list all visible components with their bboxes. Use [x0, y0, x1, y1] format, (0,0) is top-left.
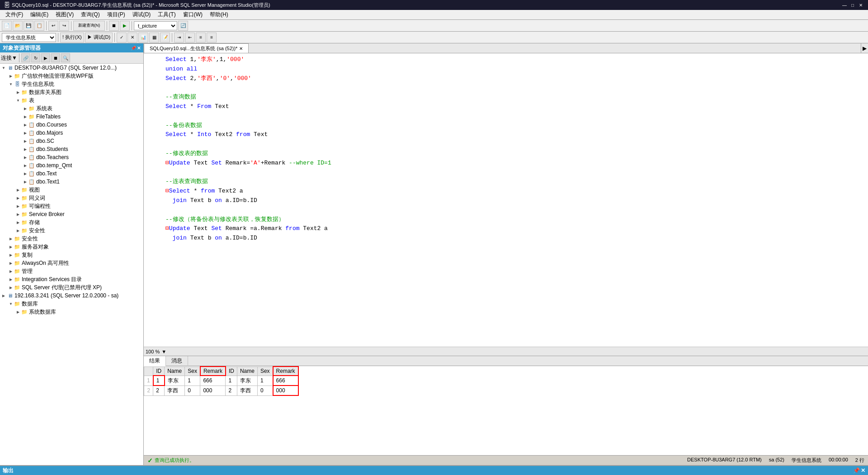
expand-fuwuqi[interactable] — [8, 244, 14, 249]
menu-project[interactable]: 项目(P) — [104, 10, 129, 20]
expand-guangxin[interactable] — [8, 73, 14, 79]
expand-temp[interactable] — [23, 163, 28, 168]
oe-btn-3[interactable]: ▶ — [41, 53, 50, 62]
expand-sc[interactable] — [23, 138, 28, 144]
expand-xitongbiao[interactable] — [23, 106, 28, 111]
tree-item-courses[interactable]: 📋 dbo.Courses — [0, 121, 143, 129]
indent-button[interactable]: ⇥ — [174, 33, 184, 42]
oe-connect-label[interactable]: 连接▼ — [1, 54, 17, 62]
expand-anquan2[interactable] — [15, 228, 21, 233]
align-right-button[interactable]: ≡ — [207, 33, 217, 42]
text-button[interactable]: 📝 — [160, 33, 170, 42]
open-button[interactable]: 📂 — [13, 21, 23, 31]
expand-text[interactable] — [23, 171, 28, 176]
align-left-button[interactable]: ≡ — [196, 33, 206, 42]
outdent-button[interactable]: ⇤ — [185, 33, 195, 42]
oe-btn-2[interactable]: ↻ — [31, 53, 40, 62]
tree-item-temp[interactable]: 📋 dbo.temp_Qmt — [0, 161, 143, 169]
close-button[interactable]: ✕ — [857, 1, 864, 9]
oe-btn-1[interactable]: 🔗 — [21, 53, 30, 62]
tree-item-xitong-sj[interactable]: 📁 系统数据库 — [0, 308, 143, 316]
expand-guanli[interactable] — [8, 268, 14, 274]
expand-kebian[interactable] — [15, 203, 21, 209]
minimize-button[interactable]: — — [841, 1, 848, 9]
database-selector[interactable]: t_picture 学生信息系统 — [134, 21, 177, 30]
debug-button[interactable]: ▶ 调试(D) — [85, 33, 113, 42]
expand-alwayson[interactable] — [8, 260, 14, 266]
tree-item-integration[interactable]: 📁 Integration Services 目录 — [0, 275, 143, 283]
tree-item-guanli[interactable]: 📁 管理 — [0, 267, 143, 275]
tree-item-servicebroker[interactable]: 📁 Service Broker — [0, 210, 143, 218]
tree-item-shujuku[interactable]: 📁 数据库 — [0, 300, 143, 308]
tree-item-xitongbiao[interactable]: 📁 系统表 — [0, 104, 143, 113]
editor-tab-active[interactable]: SQLQuery10.sql...生信息系统 (sa (52))* ✕ — [144, 43, 249, 53]
tree-item-cunchu[interactable]: 📁 存储 — [0, 218, 143, 226]
expand-server[interactable] — [1, 65, 6, 71]
oe-pin-button[interactable]: 📌 — [131, 46, 136, 51]
oe-filter-btn[interactable]: 🔍 — [61, 53, 70, 62]
tree-item-server[interactable]: 🖥 DESKTOP-8U3ARG7 (SQL Server 12.0...) — [0, 64, 143, 72]
expand-remote[interactable] — [1, 293, 6, 298]
grid-button[interactable]: ▦ — [149, 33, 159, 42]
menu-tools[interactable]: 工具(T) — [154, 10, 179, 20]
menu-view[interactable]: 视图(V) — [52, 10, 77, 20]
menu-debug[interactable]: 调试(D) — [129, 10, 155, 20]
output-pin-button[interactable]: 📌 — [853, 467, 860, 474]
tab-close-button[interactable]: ✕ — [239, 46, 243, 51]
expand-students[interactable] — [23, 146, 28, 152]
tree-item-kebian[interactable]: 📁 可编程性 — [0, 202, 143, 210]
tree-item-students[interactable]: 📋 dbo.Students — [0, 145, 143, 153]
zoom-icon[interactable]: ▼ — [161, 349, 166, 354]
tree-item-xuesheng[interactable]: 🗄 学生信息系统 — [0, 80, 143, 88]
expand-majors[interactable] — [23, 130, 28, 136]
expand-xuesheng[interactable] — [8, 81, 14, 87]
expand-guantu[interactable] — [15, 89, 21, 95]
menu-file[interactable]: 文件(F) — [2, 10, 27, 20]
undo-button[interactable]: ↩ — [48, 21, 58, 31]
results-tab-results[interactable]: 结果 — [144, 356, 166, 366]
menu-help[interactable]: 帮助(H) — [206, 10, 232, 20]
tree-item-fuwuqi[interactable]: 📁 服务器对象 — [0, 243, 143, 251]
new-button[interactable]: 📄 — [2, 21, 12, 31]
redo-button[interactable]: ↪ — [59, 21, 69, 31]
tree-item-sqlagent[interactable]: 📁 SQL Server 代理(已禁用代理 XP) — [0, 283, 143, 292]
tree-item-remote[interactable]: 🖥 192.168.3.241 (SQL Server 12.0.2000 - … — [0, 292, 143, 300]
tree-item-sc[interactable]: 📋 dbo.SC — [0, 137, 143, 145]
expand-fuzhi[interactable] — [8, 252, 14, 258]
oe-close-button[interactable]: ✕ — [137, 46, 141, 51]
tree-item-majors[interactable]: 📋 dbo.Majors — [0, 129, 143, 137]
tree-item-fuzhi[interactable]: 📁 复制 — [0, 251, 143, 259]
tab-scroll-right[interactable]: ▶ — [861, 43, 868, 53]
expand-biao[interactable] — [15, 98, 21, 103]
expand-servicebroker[interactable] — [15, 212, 21, 217]
tree-item-guangxin[interactable]: 📁 广信软件物流管理系统WPF版 — [0, 72, 143, 80]
expand-teachers[interactable] — [23, 155, 28, 160]
stop-button[interactable]: ⏹ — [109, 21, 119, 31]
expand-integration[interactable] — [8, 277, 14, 282]
tree-item-teachers[interactable]: 📋 dbo.Teachers — [0, 153, 143, 161]
expand-filetables[interactable] — [23, 114, 28, 119]
menu-query[interactable]: 查询(Q) — [77, 10, 103, 20]
maximize-button[interactable]: □ — [849, 1, 856, 9]
tree-item-alwayson[interactable]: 📁 AlwaysOn 高可用性 — [0, 259, 143, 267]
expand-shitu[interactable] — [15, 187, 21, 193]
tree-item-guantu[interactable]: 📁 数据库关系图 — [0, 88, 143, 96]
tree-item-anquan[interactable]: 📁 安全性 — [0, 235, 143, 243]
database-combo[interactable]: 学生信息系统 — [2, 33, 56, 42]
menu-window[interactable]: 窗口(W) — [179, 10, 206, 20]
oe-btn-4[interactable]: ⏹ — [51, 53, 60, 62]
expand-shujuku[interactable] — [8, 301, 14, 306]
tree-item-biao[interactable]: 📁 表 — [0, 96, 143, 104]
expand-sqlagent[interactable] — [8, 285, 14, 290]
output-close-button[interactable]: ✕ — [861, 467, 865, 474]
new-query-button[interactable]: 新建查询(N) — [73, 21, 105, 31]
save-all-button[interactable]: 📋 — [34, 21, 44, 31]
expand-courses[interactable] — [23, 122, 28, 127]
sql-editor[interactable]: Select 1,'李东',1,'000' union all Select 2… — [144, 53, 868, 347]
tree-item-tongyici[interactable]: 📁 同义词 — [0, 194, 143, 202]
expand-anquan[interactable] — [8, 236, 14, 241]
tree-item-text[interactable]: 📋 dbo.Text — [0, 169, 143, 178]
save-button[interactable]: 💾 — [24, 21, 33, 31]
refresh-button[interactable]: 🔄 — [178, 21, 188, 31]
results-button[interactable]: 📊 — [138, 33, 148, 42]
